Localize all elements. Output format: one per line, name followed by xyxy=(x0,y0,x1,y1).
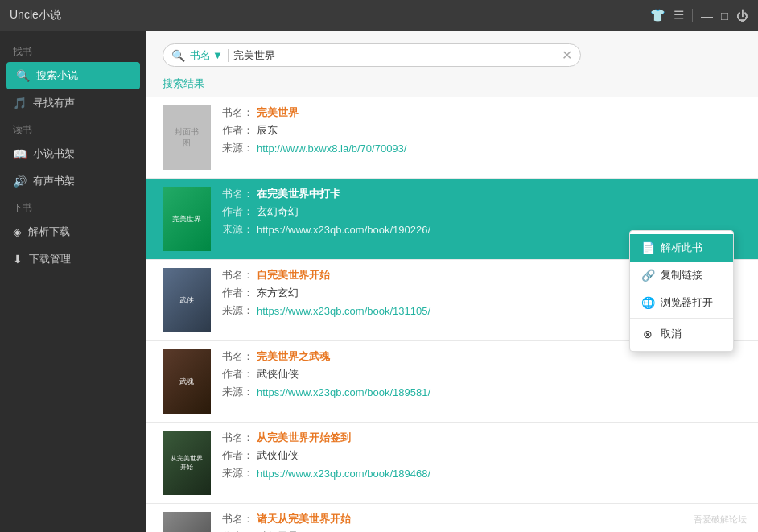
sidebar-section-find: 找书 xyxy=(0,39,146,62)
context-menu-item-cancel[interactable]: ⊗ 取消 xyxy=(630,320,733,348)
title-label: 书名： xyxy=(222,187,253,201)
book-cover: 从完美世界开始 xyxy=(163,431,211,495)
context-menu-label-parse: 解析此书 xyxy=(661,241,702,255)
book-title-field: 书名： 在完美世界中打卡 xyxy=(222,187,742,201)
book-cover: 封面书图 xyxy=(163,105,211,170)
search-icon: 🔍 xyxy=(171,49,185,62)
search-novel-icon: 🔍 xyxy=(16,69,30,82)
novel-shelf-icon: 📖 xyxy=(13,147,27,160)
titlebar: Uncle小说 👕 ☰ — □ ⏻ xyxy=(0,0,758,31)
book-author: 辰东 xyxy=(257,123,278,138)
sidebar: 找书 🔍 搜索小说 🎵 寻找有声 读书 📖 小说书架 🔊 有声书架 下书 ◈ 解… xyxy=(0,31,146,532)
cover-image: 完美世界 xyxy=(172,214,201,225)
book-url: https://www.x23qb.com/book/189581/ xyxy=(257,386,430,398)
book-author-field: 作者： 武侠仙侠 xyxy=(222,367,742,381)
book-title: 完美世界 xyxy=(257,105,299,120)
book-author: 武侠仙侠 xyxy=(257,367,299,381)
book-info: 书名： 从完美世界开始签到 作者： 武侠仙侠 来源： https://www.x… xyxy=(222,431,742,480)
author-label: 作者： xyxy=(222,448,253,463)
browser-icon: 🌐 xyxy=(641,296,654,309)
watermark: 吾爱破解论坛 xyxy=(694,513,747,526)
book-cover: 武魂 xyxy=(163,349,211,414)
sidebar-item-novel-shelf[interactable]: 📖 小说书架 xyxy=(0,140,146,167)
book-url: https://www.x23qb.com/book/131105/ xyxy=(257,305,430,317)
book-title-field: 书名： 完美世界 xyxy=(222,105,742,120)
sidebar-item-download-manage[interactable]: ⬇ 下载管理 xyxy=(0,245,146,273)
search-bar: 🔍 书名 ▼ ✕ xyxy=(163,43,581,67)
source-label: 来源： xyxy=(222,222,253,237)
cover-image: 从完美世界开始 xyxy=(171,454,203,472)
source-label: 来源： xyxy=(222,303,253,318)
search-input[interactable] xyxy=(233,49,557,61)
parse-download-icon: ◈ xyxy=(13,225,22,238)
context-menu-item-copy[interactable]: 🔗 复制链接 xyxy=(630,262,733,289)
book-author: 武侠仙侠 xyxy=(257,448,299,463)
search-type-button[interactable]: 书名 ▼ xyxy=(190,48,223,63)
search-type-label: 书名 xyxy=(190,48,211,63)
title-label: 书名： xyxy=(222,268,253,282)
copy-link-icon: 🔗 xyxy=(641,269,654,282)
search-area: 🔍 书名 ▼ ✕ xyxy=(146,31,758,73)
author-label: 作者： xyxy=(222,204,253,219)
sidebar-label-novel-shelf: 小说书架 xyxy=(33,146,75,161)
download-manage-icon: ⬇ xyxy=(13,253,23,266)
sidebar-section-download: 下书 xyxy=(0,195,146,218)
title-label: 书名： xyxy=(222,512,253,526)
close-button[interactable]: ⏻ xyxy=(736,9,748,23)
sidebar-section-read: 读书 xyxy=(0,117,146,140)
book-author: 东方玄幻 xyxy=(257,286,299,300)
context-menu-item-browser[interactable]: 🌐 浏览器打开 xyxy=(630,289,733,316)
main-content: 🔍 书名 ▼ ✕ 搜索结果 封面书图 xyxy=(146,31,758,532)
book-title: 完美世界之武魂 xyxy=(257,349,330,364)
menu-icon[interactable]: ☰ xyxy=(674,8,684,23)
book-cover: 诸天 xyxy=(163,512,211,532)
book-title: 在完美世界中打卡 xyxy=(257,187,340,201)
book-cover: 武侠 xyxy=(163,268,211,332)
sidebar-item-search-novel[interactable]: 🔍 搜索小说 xyxy=(6,62,140,89)
cover-image: 武魂 xyxy=(179,377,194,387)
find-audio-icon: 🎵 xyxy=(13,97,27,109)
search-bar-divider xyxy=(228,49,229,62)
shirt-icon[interactable]: 👕 xyxy=(650,8,665,23)
search-clear-button[interactable]: ✕ xyxy=(562,47,572,63)
context-menu: 📄 解析此书 🔗 复制链接 🌐 浏览器打开 ⊗ 取消 xyxy=(629,230,734,352)
sidebar-label-audio-shelf: 有声书架 xyxy=(33,174,75,188)
book-title-field: 书名： 诸天从完美世界开始 xyxy=(222,512,742,526)
book-author-field: 作者： 辰东 xyxy=(222,123,742,138)
book-url: https://www.x23qb.com/book/189468/ xyxy=(257,468,430,480)
maximize-button[interactable]: □ xyxy=(721,9,728,23)
book-url: https://www.x23qb.com/book/190226/ xyxy=(257,224,430,236)
book-author-field: 作者： 玄幻奇幻 xyxy=(222,204,742,219)
sidebar-label-find-audio: 寻找有声 xyxy=(33,96,75,110)
minimize-button[interactable]: — xyxy=(701,9,713,23)
book-info: 书名： 诸天从完美世界开始 作者： 科幻灵异 来源： https://www.x… xyxy=(222,512,742,532)
context-menu-label-copy: 复制链接 xyxy=(661,268,702,282)
sidebar-item-parse-download[interactable]: ◈ 解析下载 xyxy=(0,218,146,245)
book-title: 自完美世界开始 xyxy=(257,268,330,282)
book-title: 从完美世界开始签到 xyxy=(257,431,351,445)
book-title: 诸天从完美世界开始 xyxy=(257,512,351,526)
book-url-field: 来源： http://www.bxwx8.la/b/70/70093/ xyxy=(222,141,742,155)
cover-image: 武侠 xyxy=(179,295,194,306)
sidebar-label-download-manage: 下载管理 xyxy=(29,252,71,266)
chevron-down-icon: ▼ xyxy=(212,49,223,61)
sidebar-item-find-audio[interactable]: 🎵 寻找有声 xyxy=(0,89,146,117)
table-row[interactable]: 诸天 书名： 诸天从完美世界开始 作者： 科幻灵异 来源： https://ww… xyxy=(146,504,758,532)
divider xyxy=(692,9,693,22)
source-label: 来源： xyxy=(222,141,253,155)
book-info: 书名： 在完美世界中打卡 作者： 玄幻奇幻 来源： https://www.x2… xyxy=(222,187,742,237)
table-row[interactable]: 武魂 书名： 完美世界之武魂 作者： 武侠仙侠 来源： https://www.… xyxy=(146,341,758,423)
sidebar-item-audio-shelf[interactable]: 🔊 有声书架 xyxy=(0,167,146,195)
cover-placeholder-text: 封面书图 xyxy=(175,126,199,149)
book-author: 玄幻奇幻 xyxy=(257,204,299,219)
context-menu-item-parse[interactable]: 📄 解析此书 xyxy=(630,234,733,262)
title-label: 书名： xyxy=(222,349,253,364)
title-label: 书名： xyxy=(222,431,253,445)
author-label: 作者： xyxy=(222,123,253,138)
book-info: 书名： 完美世界 作者： 辰东 来源： http://www.bxwx8.la/… xyxy=(222,105,742,155)
sidebar-label-search-novel: 搜索小说 xyxy=(36,68,78,83)
book-cover: 完美世界 xyxy=(163,187,211,251)
table-row[interactable]: 从完美世界开始 书名： 从完美世界开始签到 作者： 武侠仙侠 来源： https… xyxy=(146,423,758,504)
app-body: 找书 🔍 搜索小说 🎵 寻找有声 读书 📖 小说书架 🔊 有声书架 下书 ◈ 解… xyxy=(0,31,758,532)
table-row[interactable]: 封面书图 书名： 完美世界 作者： 辰东 来源： http://www.bxwx… xyxy=(146,97,758,179)
